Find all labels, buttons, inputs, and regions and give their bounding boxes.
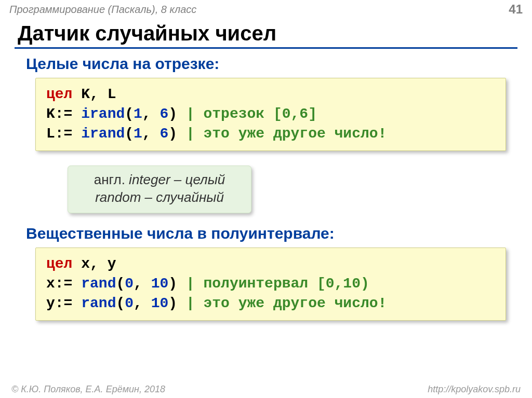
comment: | отрезок [0,6]	[177, 106, 317, 122]
section1-heading: Целые числа на отрезке:	[26, 55, 532, 73]
num: 0	[125, 276, 134, 292]
comma: ,	[142, 126, 160, 142]
note-text: – случайный	[141, 189, 224, 205]
comma: ,	[142, 106, 160, 122]
num: 1	[134, 126, 142, 142]
code-lhs: x:=	[46, 276, 81, 292]
code-lhs: L:=	[46, 126, 81, 142]
code-block-1: цел K, L K:= irand(1, 6) | отрезок [0,6]…	[35, 78, 506, 151]
note-callout: англ. integer – целый random – случайный	[68, 166, 251, 213]
course-label: Программирование (Паскаль), 8 класс	[9, 4, 196, 16]
note-text: англ.	[94, 172, 129, 187]
paren: (	[125, 126, 134, 142]
paren: (	[125, 106, 134, 122]
comma: ,	[134, 276, 151, 292]
num: 0	[125, 295, 134, 311]
keyword: цел	[46, 256, 72, 272]
note-italic: integer	[129, 172, 170, 187]
section2-heading: Вещественные числа в полуинтервале:	[26, 225, 532, 242]
paren: )	[168, 295, 177, 311]
slide-title: Датчик случайных чисел	[18, 22, 532, 45]
paren: )	[168, 126, 177, 142]
topbar: Программирование (Паскаль), 8 класс 41	[0, 0, 532, 18]
comment: | это уже другое число!	[177, 295, 387, 311]
func-name: rand	[81, 295, 116, 311]
vars: x, y	[72, 256, 116, 272]
slide: Программирование (Паскаль), 8 класс 41 Д…	[0, 0, 532, 398]
comment: | полуинтервал [0,10)	[177, 276, 369, 292]
vars: K, L	[72, 86, 116, 102]
paren: )	[168, 106, 177, 122]
func-name: irand	[81, 126, 125, 142]
comma: ,	[134, 295, 151, 311]
page-number: 41	[509, 2, 523, 17]
code-lhs: y:=	[46, 295, 81, 311]
keyword: цел	[46, 86, 72, 102]
copyright: © К.Ю. Поляков, Е.А. Ерёмин, 2018	[11, 384, 165, 395]
num: 6	[159, 126, 168, 142]
footer: © К.Ю. Поляков, Е.А. Ерёмин, 2018 http:/…	[0, 384, 532, 395]
code-block-2: цел x, y x:= rand(0, 10) | полуинтервал …	[35, 248, 506, 321]
func-name: rand	[81, 276, 116, 292]
func-name: irand	[81, 106, 125, 122]
paren: )	[168, 276, 177, 292]
num: 1	[134, 106, 142, 122]
comment: | это уже другое число!	[177, 126, 387, 142]
num: 10	[151, 276, 169, 292]
note-text: – целый	[170, 172, 225, 187]
code-lhs: K:=	[46, 106, 81, 122]
paren: (	[116, 295, 125, 311]
title-rule	[15, 47, 517, 49]
num: 10	[151, 295, 169, 311]
note-italic: random	[95, 189, 141, 205]
paren: (	[116, 276, 125, 292]
footer-url: http://kpolyakov.spb.ru	[428, 384, 521, 395]
num: 6	[159, 106, 168, 122]
